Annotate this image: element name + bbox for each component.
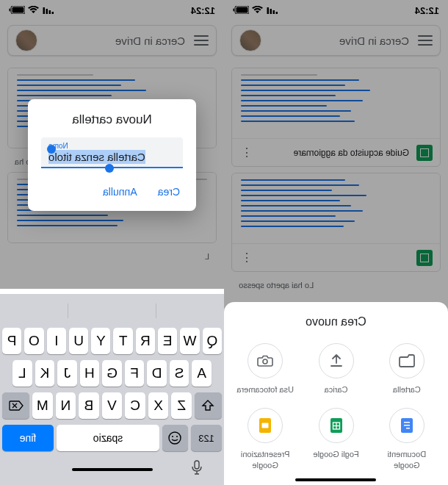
selection-handle[interactable] [105, 164, 114, 173]
create-bottom-sheet: Crea nuovo Cartella Carica U [224, 302, 448, 485]
key-x[interactable]: X [148, 392, 169, 419]
action-label: Carica [325, 384, 348, 395]
key-j[interactable]: J [57, 360, 77, 387]
key-m[interactable]: M [32, 392, 53, 419]
key-v[interactable]: V [102, 392, 123, 419]
suggestion-bar [2, 298, 222, 323]
key-row-3: Z X C V B N M [2, 392, 222, 419]
docs-action[interactable]: Documenti Google [375, 408, 439, 470]
key-i[interactable]: I [47, 328, 66, 354]
docs-icon [400, 417, 414, 434]
camera-icon [257, 354, 273, 367]
shift-icon [201, 400, 214, 412]
key-s[interactable]: S [170, 360, 189, 387]
home-indicator[interactable] [72, 468, 153, 471]
svg-rect-9 [404, 422, 410, 423]
input-value: Cartella senza titolo [48, 150, 145, 164]
action-label: Presentazioni Google [233, 449, 297, 470]
key-o[interactable]: O [24, 328, 43, 354]
key-l[interactable]: L [12, 360, 32, 387]
input-label: Nome [48, 142, 176, 150]
sheet-title: Crea nuovo [233, 315, 439, 328]
keyboard: Q W E R T Y U I O P A S D F G H J K L [0, 294, 224, 485]
svg-rect-10 [404, 425, 410, 426]
shift-key[interactable] [195, 392, 222, 419]
selection-handle[interactable] [47, 145, 56, 154]
svg-rect-11 [406, 428, 410, 429]
key-row-4: 123 spazio fine [2, 425, 222, 451]
folder-name-input[interactable]: Nome Cartella senza titolo [41, 137, 183, 168]
key-c[interactable]: C [125, 392, 145, 419]
action-label: Fogli Google [313, 449, 358, 459]
sheets-action[interactable]: Fogli Google [303, 408, 368, 470]
svg-point-26 [177, 436, 178, 437]
key-p[interactable]: P [2, 328, 21, 354]
new-folder-dialog: Nuova cartella Nome Cartella senza titol… [28, 99, 196, 211]
google-sheets-icon [329, 417, 344, 434]
folder-icon [399, 354, 415, 367]
key-t[interactable]: T [114, 328, 133, 354]
key-w[interactable]: W [180, 328, 199, 354]
key-b[interactable]: B [79, 392, 99, 419]
keyboard-bottom [2, 457, 222, 482]
svg-point-27 [173, 436, 174, 437]
key-q[interactable]: Q [203, 328, 222, 354]
key-u[interactable]: U [69, 328, 88, 354]
key-e[interactable]: E [158, 328, 177, 354]
emoji-key[interactable] [162, 425, 188, 451]
dialog-title: Nuova cartella [41, 112, 183, 127]
key-row-1: Q W E R T Y U I O P [2, 328, 222, 354]
upload-action[interactable]: Carica [303, 343, 368, 395]
key-h[interactable]: H [80, 360, 100, 387]
key-n[interactable]: N [56, 392, 76, 419]
action-label: Documenti Google [375, 449, 439, 470]
svg-rect-17 [262, 423, 269, 428]
slides-action[interactable]: Presentazioni Google [233, 408, 297, 470]
upload-icon [330, 353, 343, 368]
action-label: Cartella [393, 384, 421, 395]
mic-icon [191, 460, 203, 476]
folder-action[interactable]: Cartella [375, 343, 439, 395]
create-button[interactable]: Crea [155, 182, 183, 202]
svg-point-7 [263, 359, 267, 364]
key-z[interactable]: Z [171, 392, 192, 419]
new-folder-screen: 12:24 Cerca in Drive [0, 0, 224, 485]
key-d[interactable]: D [147, 360, 167, 387]
key-k[interactable]: K [35, 360, 55, 387]
space-key[interactable]: spazio [57, 425, 159, 451]
key-g[interactable]: G [102, 360, 122, 387]
backspace-icon [9, 400, 24, 411]
key-a[interactable]: A [192, 360, 212, 387]
backspace-key[interactable] [2, 392, 29, 419]
key-y[interactable]: Y [91, 328, 110, 354]
create-new-screen: 12:24 Cerca in Drive [224, 0, 448, 485]
slides-icon [258, 417, 272, 434]
key-r[interactable]: R [136, 328, 155, 354]
cancel-button[interactable]: Annulla [100, 182, 140, 202]
action-label: Usa fotocamera [236, 384, 294, 395]
key-f[interactable]: F [125, 360, 145, 387]
key-row-2: A S D F G H J K L [2, 360, 222, 387]
emoji-icon [168, 431, 183, 445]
home-indicator[interactable] [296, 478, 377, 481]
svg-point-25 [170, 432, 181, 444]
mic-key[interactable] [191, 460, 203, 479]
camera-action[interactable]: Usa fotocamera [233, 343, 297, 395]
done-key[interactable]: fine [2, 425, 54, 451]
numbers-key[interactable]: 123 [191, 425, 222, 451]
svg-rect-28 [195, 461, 199, 469]
